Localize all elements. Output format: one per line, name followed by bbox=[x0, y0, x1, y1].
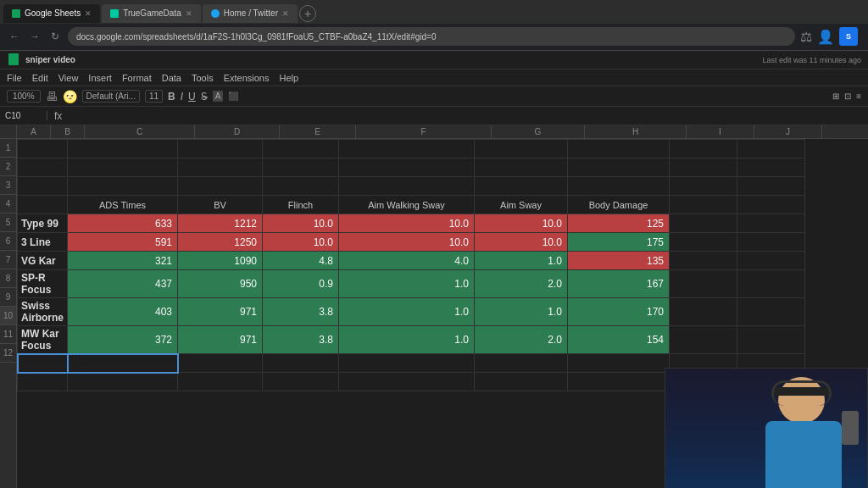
reload-button[interactable]: ↻ bbox=[47, 29, 63, 44]
aimsway-swiss[interactable]: 1.0 bbox=[475, 298, 568, 326]
menu-data[interactable]: Data bbox=[162, 73, 181, 83]
aimwalk-type99[interactable]: 10.0 bbox=[339, 214, 475, 233]
italic-button[interactable]: I bbox=[181, 91, 183, 103]
aimwalk-spr[interactable]: 1.0 bbox=[339, 270, 475, 298]
row-num-3[interactable]: 3 bbox=[0, 176, 16, 195]
strikethrough-button[interactable]: S̶ bbox=[201, 91, 208, 103]
bodydmg-3line[interactable]: 175 bbox=[568, 233, 670, 252]
sheets-menu: File Edit View Insert Format Data Tools … bbox=[0, 69, 868, 86]
font-selector[interactable]: Default (Ari... bbox=[82, 90, 140, 103]
flinch-swiss[interactable]: 3.8 bbox=[263, 298, 339, 326]
menu-help[interactable]: Help bbox=[279, 73, 298, 83]
flinch-vgkar[interactable]: 4.8 bbox=[263, 252, 339, 270]
bv-mwkar[interactable]: 971 bbox=[178, 326, 263, 354]
col-F[interactable]: F bbox=[356, 125, 492, 138]
new-tab-button[interactable]: + bbox=[299, 5, 316, 22]
borders-button[interactable]: ⊞ bbox=[832, 92, 839, 101]
forward-button[interactable]: → bbox=[27, 29, 42, 44]
aimsway-mwkar[interactable]: 2.0 bbox=[475, 326, 568, 354]
selected-empty-cell[interactable] bbox=[18, 354, 68, 373]
bv-spr[interactable]: 950 bbox=[178, 270, 263, 298]
row-num-1[interactable]: 1 bbox=[0, 139, 16, 158]
merge-button[interactable]: ⊡ bbox=[844, 92, 851, 101]
cell-c10-selected[interactable] bbox=[68, 354, 178, 373]
col-B[interactable]: B bbox=[51, 125, 85, 138]
cell-reference[interactable]: C10 bbox=[5, 111, 47, 120]
row-num-11[interactable]: 11 bbox=[0, 325, 16, 344]
col-I[interactable]: I bbox=[687, 125, 754, 138]
menu-extensions[interactable]: Extensions bbox=[224, 73, 270, 83]
bv-type99[interactable]: 1212 bbox=[178, 214, 263, 233]
bodydmg-spr[interactable]: 167 bbox=[568, 270, 670, 298]
extensions-icon[interactable]: ⚖ bbox=[800, 29, 812, 45]
doc-title[interactable]: sniper video bbox=[25, 55, 75, 64]
aimsway-3line[interactable]: 10.0 bbox=[475, 233, 568, 252]
ads-swiss[interactable]: 403 bbox=[68, 298, 178, 326]
row-num-6[interactable]: 6 bbox=[0, 232, 16, 251]
bodydmg-swiss[interactable]: 170 bbox=[568, 298, 670, 326]
row-num-2[interactable]: 2 bbox=[0, 158, 16, 176]
row-num-10[interactable]: 10 bbox=[0, 307, 16, 325]
profile-icon[interactable]: 👤 bbox=[817, 29, 834, 45]
tab-truegame-close-icon[interactable]: ✕ bbox=[186, 9, 192, 18]
aimsway-type99[interactable]: 10.0 bbox=[475, 214, 568, 233]
ads-vgkar[interactable]: 321 bbox=[68, 252, 178, 270]
back-button[interactable]: ← bbox=[7, 29, 22, 44]
aimwalk-mwkar[interactable]: 1.0 bbox=[339, 326, 475, 354]
zoom-control[interactable]: 100% bbox=[7, 90, 41, 103]
ads-type99[interactable]: 633 bbox=[68, 214, 178, 233]
menu-tools[interactable]: Tools bbox=[192, 73, 214, 83]
aimwalk-vgkar[interactable]: 4.0 bbox=[339, 252, 475, 270]
align-button[interactable]: ≡ bbox=[856, 92, 861, 101]
ads-3line[interactable]: 591 bbox=[68, 233, 178, 252]
sheets-ext-button[interactable]: S bbox=[839, 27, 858, 46]
aimwalk-3line[interactable]: 10.0 bbox=[339, 233, 475, 252]
row-num-4[interactable]: 4 bbox=[0, 195, 16, 214]
aimsway-vgkar[interactable]: 1.0 bbox=[475, 252, 568, 270]
font-size-selector[interactable]: 11 bbox=[145, 90, 163, 103]
col-E[interactable]: E bbox=[280, 125, 356, 138]
menu-view[interactable]: View bbox=[58, 73, 79, 83]
url-box[interactable]: docs.google.com/spreadsheets/d/1aF2S-1h0… bbox=[68, 27, 795, 46]
menu-file[interactable]: File bbox=[7, 73, 22, 83]
tab-truegame[interactable]: TrueGameData ✕ bbox=[102, 4, 201, 23]
tab-twitter-close-icon[interactable]: ✕ bbox=[282, 9, 289, 18]
col-G[interactable]: G bbox=[492, 125, 585, 138]
flinch-type99[interactable]: 10.0 bbox=[263, 214, 339, 233]
bodydmg-type99[interactable]: 125 bbox=[568, 214, 670, 233]
menu-format[interactable]: Format bbox=[122, 73, 152, 83]
col-D[interactable]: D bbox=[195, 125, 280, 138]
col-H[interactable]: H bbox=[585, 125, 687, 138]
aimsway-spr[interactable]: 2.0 bbox=[475, 270, 568, 298]
bold-button[interactable]: B bbox=[168, 91, 175, 103]
print-icon[interactable]: 🖶 bbox=[46, 90, 58, 103]
tab-sheets[interactable]: Google Sheets ✕ bbox=[3, 4, 100, 23]
highlight-button[interactable]: ⬛ bbox=[228, 92, 238, 101]
ads-mwkar[interactable]: 372 bbox=[68, 326, 178, 354]
menu-insert[interactable]: Insert bbox=[88, 73, 112, 83]
underline-button[interactable]: U bbox=[188, 91, 196, 103]
flinch-mwkar[interactable]: 3.8 bbox=[263, 326, 339, 354]
bodydmg-vgkar[interactable]: 135 bbox=[568, 252, 670, 270]
flinch-3line[interactable]: 10.0 bbox=[263, 233, 339, 252]
row-num-7[interactable]: 7 bbox=[0, 251, 16, 269]
menu-edit[interactable]: Edit bbox=[32, 73, 48, 83]
row-num-5[interactable]: 5 bbox=[0, 214, 16, 232]
bv-3line[interactable]: 1250 bbox=[178, 233, 263, 252]
col-C[interactable]: C bbox=[85, 125, 195, 138]
row-num-8[interactable]: 8 bbox=[0, 269, 16, 288]
bodydmg-mwkar[interactable]: 154 bbox=[568, 326, 670, 354]
aimwalk-swiss[interactable]: 1.0 bbox=[339, 298, 475, 326]
paint-format-icon[interactable]: 🌝 bbox=[63, 90, 77, 103]
col-J[interactable]: J bbox=[754, 125, 822, 138]
text-color-button[interactable]: A bbox=[213, 91, 224, 102]
row-num-9[interactable]: 9 bbox=[0, 288, 16, 307]
col-A[interactable]: A bbox=[17, 125, 51, 138]
row-num-12[interactable]: 12 bbox=[0, 344, 16, 363]
bv-vgkar[interactable]: 1090 bbox=[178, 252, 263, 270]
ads-spr[interactable]: 437 bbox=[68, 270, 178, 298]
bv-swiss[interactable]: 971 bbox=[178, 298, 263, 326]
tab-close-icon[interactable]: ✕ bbox=[85, 9, 92, 18]
flinch-spr[interactable]: 0.9 bbox=[263, 270, 339, 298]
tab-twitter[interactable]: Home / Twitter ✕ bbox=[203, 4, 298, 23]
